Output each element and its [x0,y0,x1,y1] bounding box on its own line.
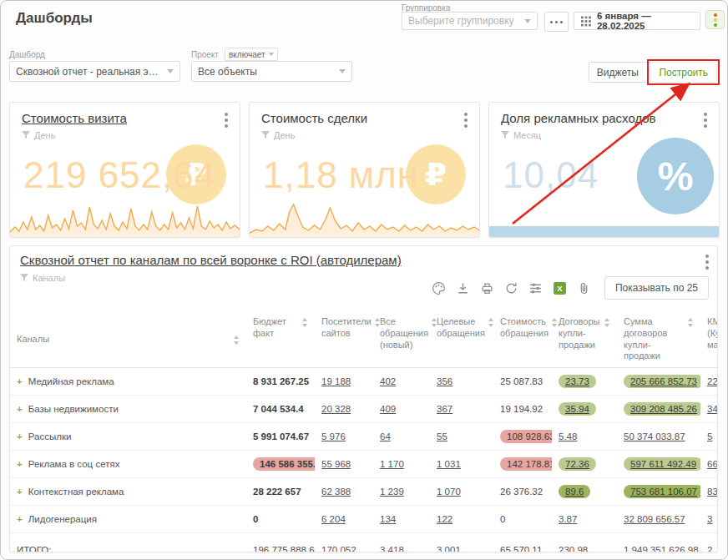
target-leads-link[interactable]: 1 031 [437,459,461,469]
expand-row-icon[interactable]: + [17,514,23,524]
sort-icon[interactable] [375,318,381,327]
visitors-link[interactable]: 5 976 [321,431,346,441]
kebab-menu-icon[interactable] [702,111,709,129]
report-title[interactable]: Сквозной отчет по каналам по всей воронк… [20,253,402,267]
card-title[interactable]: Стоимость визита [22,111,127,125]
all-leads-link[interactable]: 134 [380,514,396,524]
objects-select[interactable]: Все объекты [191,61,352,82]
sort-icon[interactable] [604,318,610,327]
kebab-menu-icon[interactable] [704,253,710,271]
channel-name-link[interactable]: Базы недвижимости [28,404,119,414]
card-title[interactable]: Доля рекламных расходов [501,111,656,125]
all-leads-link[interactable]: 1 170 [380,459,404,469]
palette-icon[interactable] [432,281,446,295]
sort-icon[interactable] [234,335,240,345]
km-link[interactable]: 3 [707,514,712,524]
dashboard-select[interactable]: Сквозной отчет - реальная эффек... [9,61,180,82]
kpi-value: 1,18 млн [263,154,418,196]
channel-name-link[interactable]: Контекстная реклама [28,487,124,497]
flows-settings-icon[interactable] [528,281,543,295]
total-all-leads-link[interactable]: 3 418 [380,545,404,552]
sort-icon[interactable] [488,318,494,327]
total-km-link[interactable]: 2 [707,545,712,552]
sort-icon[interactable] [302,318,308,327]
deals-badge-link[interactable]: 35.94 [559,402,596,416]
total-deals-sum-link[interactable]: 1 949 351 626.98 [624,545,699,552]
km-link[interactable]: 22 [707,376,718,386]
km-link[interactable]: 34 [707,404,718,414]
deals-sum-link[interactable]: 32 809 656.57 [624,514,685,524]
attach-icon[interactable] [577,281,591,295]
page-size-button[interactable]: Показывать по 25 [604,276,709,300]
build-button[interactable]: Построить [650,62,717,83]
card-period-label: День [34,130,55,140]
deals-sum-badge-link[interactable]: 597 611 492.49 [624,457,700,471]
deals-badge-link[interactable]: 72.36 [559,457,596,471]
expand-row-icon[interactable]: + [17,487,23,497]
deals-sum-link[interactable]: 50 374 033.87 [624,431,685,441]
km-link[interactable]: 5 [707,431,712,441]
kebab-menu-icon[interactable] [223,111,230,129]
sort-icon[interactable] [552,318,558,327]
sort-icon[interactable] [432,318,437,327]
report-filter[interactable]: Каналы [20,273,65,283]
expand-row-icon[interactable]: + [17,376,23,386]
more-options-button[interactable] [544,12,569,32]
total-visitors-link[interactable]: 170 052 [321,545,356,552]
refresh-icon[interactable] [504,281,518,295]
channel-name-link[interactable]: Реклама в соц сетях [28,459,120,469]
target-leads-link[interactable]: 55 [437,431,447,441]
grouping-select[interactable]: Выберите группировку [402,12,538,30]
visitors-link[interactable]: 6 204 [321,514,346,524]
km-link[interactable]: 83 [707,487,718,497]
excel-export-icon[interactable]: X [553,281,567,295]
expand-row-icon[interactable]: + [17,459,23,469]
total-target-leads-link[interactable]: 3 001 [437,545,461,552]
chevron-down-icon [339,69,346,73]
all-leads-link[interactable]: 1 239 [380,487,404,497]
kpi-value: 219 652,64 [23,154,215,196]
date-range-picker[interactable]: 6 января — 28.02.2025 [574,12,700,30]
expand-row-icon[interactable]: + [17,431,23,441]
total-deals-link[interactable]: 230.98 [559,545,588,552]
visitors-link[interactable]: 62 388 [321,487,351,497]
deals-badge-link[interactable]: 89.6 [559,485,590,498]
expand-row-icon[interactable]: + [17,404,23,414]
download-icon[interactable] [456,281,470,295]
visitors-link[interactable]: 19 188 [321,376,351,386]
channel-name-link[interactable]: Лидогенерация [28,514,97,524]
card-period-label: Месяц [513,130,541,140]
km-link[interactable]: 66 [707,459,718,469]
funnel-icon [261,131,270,139]
target-leads-link[interactable]: 1 070 [437,487,461,497]
target-leads-link[interactable]: 356 [437,376,452,386]
all-leads-link[interactable]: 402 [380,376,396,386]
print-icon[interactable] [480,281,494,295]
visitors-link[interactable]: 20 328 [321,404,351,414]
col-header-target-leads: Целевые обращения [437,316,485,340]
target-leads-link[interactable]: 367 [437,404,452,414]
card-period-filter[interactable]: Месяц [501,130,541,140]
app-window: Дашборды Группировка Выберите группировк… [0,0,728,560]
deals-badge-link[interactable]: 23.73 [559,375,596,388]
total-budget: 196 775 888.69 [253,545,315,552]
deals-sum-badge-link[interactable]: 753 681 106.07 [624,485,700,498]
target-leads-link[interactable]: 122 [437,514,452,524]
all-leads-link[interactable]: 64 [380,431,391,441]
budget-value: 0 [253,514,258,524]
all-leads-link[interactable]: 409 [380,404,396,414]
deals-link[interactable]: 5.48 [559,431,577,441]
deals-link[interactable]: 3.87 [559,514,577,524]
channel-name-link[interactable]: Рассылки [28,431,72,441]
card-period-filter[interactable]: День [261,130,295,140]
project-operator-select[interactable]: включает [225,48,278,61]
card-title[interactable]: Стоимость сделки [261,111,367,125]
traffic-light-icon[interactable] [705,10,725,29]
card-period-filter[interactable]: День [22,130,55,140]
visitors-link[interactable]: 55 968 [321,459,351,469]
kebab-menu-icon[interactable] [463,111,469,129]
deals-sum-badge-link[interactable]: 205 666 852.73 [624,375,700,388]
sort-icon[interactable] [688,318,694,327]
channel-name-link[interactable]: Медийная реклама [28,376,114,386]
deals-sum-badge-link[interactable]: 309 208 485.26 [624,402,700,416]
